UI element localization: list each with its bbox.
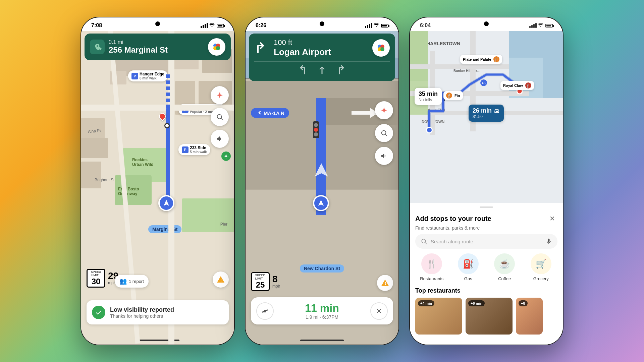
category-gas-3[interactable]: ⛽ Gas bbox=[452, 253, 485, 281]
search-route-input-3[interactable]: Search along route bbox=[431, 239, 542, 244]
restaurants-icon-box-3: 🍴 bbox=[421, 253, 442, 274]
signal-bars-1 bbox=[201, 23, 208, 28]
eta-center-2: 11 min 1.9 mi · 6:37PM bbox=[277, 302, 367, 320]
svg-point-6 bbox=[225, 155, 227, 157]
status-icons-2 bbox=[365, 23, 388, 28]
warning-icon-2 bbox=[381, 279, 389, 287]
time-35-3: 35 min bbox=[419, 90, 438, 98]
compass-btn-2[interactable] bbox=[375, 101, 393, 119]
report-count-1: 1 report bbox=[129, 279, 144, 284]
mic-icon-2 bbox=[377, 44, 385, 52]
volume-icon-1 bbox=[216, 135, 223, 142]
mic-search-icon-3[interactable] bbox=[545, 238, 552, 245]
rest-card-3-3[interactable]: +8 bbox=[516, 298, 543, 335]
compass-icon-1 bbox=[216, 92, 223, 99]
nav-header-2: 100 ft Logan Airport bbox=[249, 34, 395, 81]
home-indicator-2 bbox=[300, 340, 344, 341]
highway-name-2: MA-1A N bbox=[264, 110, 284, 116]
mic-icon-1 bbox=[213, 43, 221, 51]
svg-marker-8 bbox=[352, 108, 378, 118]
notification-text-1: Low visibility reported Thanks for helpi… bbox=[110, 306, 174, 319]
right-turn-icon-2 bbox=[255, 41, 269, 55]
camera-notch-1 bbox=[155, 21, 160, 26]
speed-unit-2: mph bbox=[272, 284, 280, 289]
warn-container-2 bbox=[377, 275, 393, 291]
report-btn-1[interactable]: 👥 1 report bbox=[115, 275, 149, 288]
wifi-icon-3 bbox=[538, 23, 543, 27]
close-sheet-btn-3[interactable]: ✕ bbox=[547, 213, 557, 224]
location-arrow-icon-2 bbox=[317, 199, 325, 207]
signal-bars-3 bbox=[529, 23, 537, 28]
eta-bar-2: 11 min 1.9 mi · 6:37PM bbox=[251, 297, 393, 324]
nav-header-1: 0.1 mi 256 Marginal St bbox=[85, 34, 231, 60]
svg-point-12 bbox=[380, 47, 384, 51]
category-grocery-3[interactable]: 🛒 Grocery bbox=[525, 253, 558, 281]
category-row-3: 🍴 Restaurants ⛽ Gas ☕ Coffee 🛒 Grocery bbox=[410, 253, 563, 286]
volume-btn-1[interactable] bbox=[211, 130, 229, 148]
coffee-label-3: Coffee bbox=[498, 276, 511, 281]
right-arrow-2 bbox=[352, 106, 378, 120]
speed-current-2: 8 mph bbox=[272, 275, 280, 289]
building-icon-1 bbox=[97, 47, 102, 52]
compass-btn-1[interactable] bbox=[211, 86, 229, 104]
rest-overlay-1-3: +4 min bbox=[415, 298, 462, 335]
nav-text-1: 0.1 mi 256 Marginal St bbox=[109, 39, 208, 55]
status-icons-1 bbox=[201, 23, 224, 28]
rest-card-1-3[interactable]: +4 min bbox=[415, 298, 462, 335]
hanger-edge-name: Hanger Edge bbox=[140, 72, 164, 76]
right-turn-option-2 bbox=[335, 64, 347, 76]
svg-point-13 bbox=[382, 131, 386, 135]
category-coffee-3[interactable]: ☕ Coffee bbox=[488, 253, 521, 281]
phone-2: 6:26 bbox=[245, 17, 399, 345]
search-route-bar-3[interactable]: Search along route bbox=[415, 234, 557, 249]
mic-btn-2[interactable] bbox=[372, 39, 390, 57]
rockies-label: RockiesUrban Wild bbox=[132, 158, 153, 167]
volume-btn-2[interactable] bbox=[375, 147, 393, 165]
search-btn-2[interactable] bbox=[375, 124, 393, 142]
street-chip-label-2: New Chardon St bbox=[304, 266, 340, 271]
close-icon-2 bbox=[376, 308, 382, 314]
nav-street-1: 256 Marginal St bbox=[109, 45, 208, 55]
eta-time-2: 11 min bbox=[277, 302, 367, 314]
mic-btn-1[interactable] bbox=[208, 38, 225, 56]
nav-distance-1: 0.1 mi bbox=[109, 39, 208, 45]
royal-claw-label: Royal Claw 🍴 bbox=[500, 81, 534, 90]
marginal-st-chip: Marginal St bbox=[148, 225, 181, 233]
warn-btn-1[interactable] bbox=[213, 272, 229, 288]
toll-price-3: $1.50 bbox=[473, 114, 500, 119]
search-icon-3 bbox=[421, 238, 427, 245]
battery-icon-3 bbox=[545, 24, 553, 27]
wifi-icon-2 bbox=[374, 23, 379, 27]
check-circle-1 bbox=[92, 306, 105, 319]
map-area-3: CHARLESTOWN Boston NORTH END DOWNTOWN Pl… bbox=[410, 31, 563, 345]
turn-icon-2 bbox=[256, 110, 262, 116]
rest-card-2-3[interactable]: +6 min bbox=[466, 298, 513, 335]
coffee-icon-box-3: ☕ bbox=[494, 253, 515, 274]
add-stops-sub-3: Find restaurants, parks & more bbox=[410, 225, 563, 234]
category-restaurants-3[interactable]: 🍴 Restaurants bbox=[415, 253, 448, 281]
turn-arrow-2 bbox=[254, 41, 269, 55]
sheet-handle-3 bbox=[480, 206, 493, 208]
side-label: P 233 Side 5 min walk bbox=[178, 144, 210, 155]
time-bubble-2-3: 26 min $1.50 bbox=[469, 105, 504, 122]
turn-info-2: 100 ft Logan Airport bbox=[274, 38, 372, 57]
phone-1: 7:08 bbox=[80, 17, 235, 345]
volume-icon-2 bbox=[380, 152, 388, 160]
rest-overlay-3-3: +8 bbox=[516, 298, 543, 335]
time-bubble-1-3: 35 min No tolls bbox=[415, 88, 442, 105]
close-nav-btn-2[interactable] bbox=[370, 302, 388, 320]
search-icon-2 bbox=[380, 129, 388, 137]
eta-sub-2: 1.9 mi · 6:37PM bbox=[277, 314, 367, 320]
add-stops-title-3: Add stops to your route bbox=[415, 215, 547, 223]
straight-option-2 bbox=[316, 64, 328, 76]
route-options-btn-2[interactable] bbox=[256, 302, 274, 320]
car-icon-3 bbox=[494, 108, 500, 114]
route-sheet-3: Add stops to your route ✕ Find restauran… bbox=[410, 203, 563, 345]
search-btn-1[interactable] bbox=[211, 108, 229, 126]
notification-panel-1: Low visibility reported Thanks for helpi… bbox=[87, 300, 229, 324]
camera-notch-3 bbox=[484, 21, 489, 26]
route-arrow-2 bbox=[311, 162, 331, 182]
wifi-icon-1 bbox=[209, 23, 215, 27]
speed-limit-box-2: SPEEDLIMIT 25 bbox=[251, 272, 270, 291]
warn-btn-2[interactable] bbox=[377, 275, 393, 291]
